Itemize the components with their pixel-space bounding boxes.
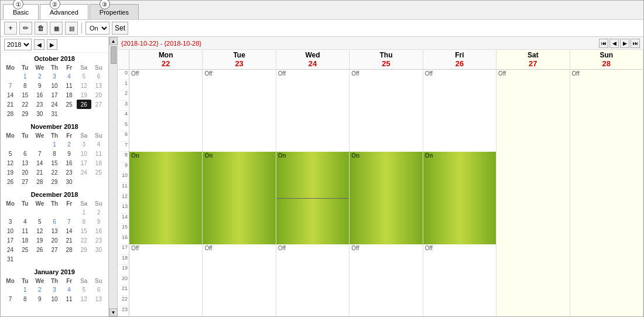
mon-on-block: On <box>129 152 202 244</box>
content-area: 2018 ◀ ▶ October 2018 Mo Tu We <box>1 37 643 316</box>
hour-6: 6 <box>118 131 129 142</box>
day-header-fri: Fri 26 <box>423 50 496 69</box>
scroll-up-button[interactable]: ▲ <box>109 37 118 45</box>
table-row: 1 2 3 4 <box>3 139 106 149</box>
delete-button[interactable]: 🗑 <box>35 22 47 35</box>
col-sa: Sa <box>77 63 91 71</box>
date-range-prev-button[interactable]: ◀ <box>609 39 619 48</box>
list-view-button[interactable]: ▤ <box>65 22 78 35</box>
prev-year-button[interactable]: ◀ <box>34 39 44 50</box>
day-header-sun: Sun 28 <box>570 50 643 69</box>
thu-on-block: On <box>350 152 422 244</box>
hour-15: 15 <box>118 224 129 234</box>
sun-off-block: Off <box>570 70 643 152</box>
toolbar-separator <box>81 23 82 33</box>
tab-advanced-label: Advanced <box>50 9 78 16</box>
table-row: 21 22 23 24 25 26 27 <box>3 100 106 109</box>
mini-cal-january: January 2019 MoTuWe ThFr SaSu 1 2 <box>3 268 106 304</box>
table-row: 192021 2223 2425 <box>3 168 106 177</box>
left-panel: 2018 ◀ ▶ October 2018 Mo Tu We <box>1 37 109 316</box>
hour-11: 11 <box>118 183 129 193</box>
hour-19: 19 <box>118 265 129 275</box>
current-time-line <box>276 198 349 199</box>
hour-0: 0 <box>118 70 129 80</box>
day-header-mon: Mon 22 <box>129 50 203 69</box>
year-dropdown[interactable]: 2018 <box>4 39 32 50</box>
date-num-fri: 26 <box>423 59 496 68</box>
mon-off-block: Off <box>129 70 202 152</box>
table-row: 121314 1516 1718 <box>3 158 106 168</box>
day-col-wed: Off On Off <box>276 70 350 316</box>
hour-5: 5 <box>118 121 129 132</box>
table-row: 567 89 1011 <box>3 149 106 158</box>
table-row: 171819 2021 2223 <box>3 236 106 245</box>
hour-22: 22 <box>118 296 129 306</box>
day-col-mon: Off On Off <box>129 70 203 316</box>
mini-cal-november: November 2018 MoTuWe ThFr SaSu 1 2 <box>3 123 106 186</box>
day-col-sat: Off <box>496 70 570 316</box>
day-header-sat: Sat 27 <box>496 50 570 69</box>
col-we: We <box>32 63 47 71</box>
calendars-scroll: October 2018 Mo Tu We Th Fr Sa Su <box>1 53 108 316</box>
set-button[interactable]: Set <box>112 22 128 35</box>
tue-on-block: On <box>203 152 275 244</box>
day-col-sun: Off <box>570 70 643 316</box>
hour-9: 9 <box>118 162 129 173</box>
day-name-wed: Wed <box>276 51 349 59</box>
day-header-thu: Thu 25 <box>350 50 423 69</box>
tab-advanced[interactable]: ② Advanced <box>40 4 88 19</box>
header-spacer <box>118 50 129 69</box>
hour-21: 21 <box>118 285 129 296</box>
tab-properties[interactable]: ③ Properties <box>90 4 139 19</box>
hour-16: 16 <box>118 234 129 245</box>
col-th: Th <box>47 63 61 71</box>
date-range-last-button[interactable]: ⏭ <box>631 39 640 48</box>
edit-button[interactable]: ✏ <box>19 22 32 35</box>
day-header-tue: Tue 23 <box>203 50 276 69</box>
col-su: Su <box>91 63 106 71</box>
day-header-wed: Wed 24 <box>276 50 350 69</box>
toolbar: + ✏ 🗑 ▦ ▤ On Off Set <box>1 19 643 37</box>
table-row: 101112 1314 1516 <box>3 226 106 236</box>
fri-off-block: Off <box>423 70 496 152</box>
on-off-dropdown[interactable]: On Off <box>85 22 109 35</box>
mini-cal-october-table: Mo Tu We Th Fr Sa Su 1 2 <box>3 63 106 118</box>
hour-4: 4 <box>118 111 129 121</box>
table-row: 28 29 30 31 <box>3 109 106 118</box>
mini-cal-january-table: MoTuWe ThFr SaSu 1 2 3 4 5 <box>3 277 106 304</box>
hour-20: 20 <box>118 275 129 286</box>
mini-cal-january-header: January 2019 <box>3 268 106 275</box>
wed-off-block2: Off <box>276 244 349 316</box>
date-range-text: {2018-10-22} - {2018-10-28} <box>121 40 201 47</box>
hour-17: 17 <box>118 244 129 255</box>
add-button[interactable]: + <box>4 22 17 35</box>
next-year-button[interactable]: ▶ <box>47 39 57 50</box>
date-range-first-button[interactable]: ⏮ <box>599 39 608 48</box>
date-range-bar: {2018-10-22} - {2018-10-28} ⏮ ◀ ▶ ⏭ <box>118 37 643 50</box>
date-range-next-button[interactable]: ▶ <box>620 39 629 48</box>
thu-off-block: Off <box>350 70 422 152</box>
mini-cal-november-table: MoTuWe ThFr SaSu 1 2 3 4 <box>3 131 106 186</box>
hour-2: 2 <box>118 90 129 101</box>
thu-off-block2: Off <box>350 244 422 316</box>
grid-view-button[interactable]: ▦ <box>50 22 63 35</box>
hour-10: 10 <box>118 172 129 183</box>
day-name-tue: Tue <box>203 51 275 59</box>
date-num-sun: 28 <box>570 59 643 68</box>
scroll-thumb[interactable] <box>111 46 117 64</box>
table-row: 1 2 3 4 5 6 <box>3 71 106 81</box>
day-name-thu: Thu <box>350 51 422 59</box>
hour-12: 12 <box>118 193 129 204</box>
table-row: 7 8 9 10 11 12 13 <box>3 81 106 90</box>
date-num-mon: 22 <box>129 59 202 68</box>
table-row: 14 15 16 17 18 19 20 <box>3 90 106 100</box>
table-row: 31 <box>3 254 106 264</box>
hour-18: 18 <box>118 255 129 265</box>
mini-cal-december: December 2018 MoTuWe ThFr SaSu 12 <box>3 191 106 264</box>
tab-basic[interactable]: ① Basic <box>3 4 39 19</box>
day-headers: Mon 22 Tue 23 Wed 24 Thu 25 <box>118 50 643 70</box>
day-col-tue: Off On Off <box>203 70 276 316</box>
tab-basic-label: Basic <box>13 9 29 16</box>
day-name-sun: Sun <box>570 51 643 59</box>
scroll-down-button[interactable]: ▼ <box>109 308 118 316</box>
